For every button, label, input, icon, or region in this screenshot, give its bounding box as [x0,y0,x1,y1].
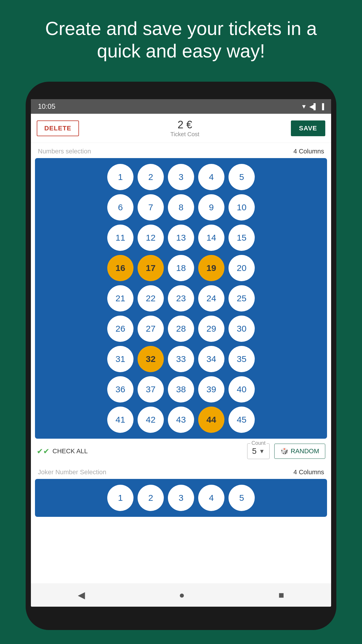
ticket-cost-display: 2 € Ticket Cost [171,119,199,138]
joker-header: Joker Number Selection 4 Columns [31,464,331,479]
nav-bar: ◀ ● ■ [31,583,331,607]
number-ball-24[interactable]: 24 [198,285,224,312]
save-button[interactable]: SAVE [291,120,325,136]
number-ball-17[interactable]: 17 [138,255,164,281]
number-ball-19[interactable]: 19 [198,255,224,281]
number-ball-7[interactable]: 7 [138,194,164,220]
joker-ball-4[interactable]: 4 [198,485,224,511]
number-ball-26[interactable]: 26 [107,316,133,342]
joker-section: Joker Number Selection 4 Columns 12345 [31,464,331,517]
joker-section-label: Joker Number Selection [38,468,106,476]
number-row: 4142434445 [38,407,324,433]
random-button[interactable]: 🎲 RANDOM [274,444,325,459]
number-row: 12345 [38,164,324,190]
number-ball-41[interactable]: 41 [107,407,133,433]
number-row: 2122232425 [38,285,324,312]
number-ball-25[interactable]: 25 [229,285,255,312]
number-ball-28[interactable]: 28 [168,316,194,342]
joker-ball-3[interactable]: 3 [168,485,194,511]
delete-button[interactable]: DELETE [37,120,79,136]
numbers-section-label: Numbers selection [38,148,91,155]
number-ball-11[interactable]: 11 [107,225,133,251]
number-row: 678910 [38,194,324,220]
number-row: 3132333435 [38,346,324,372]
number-row: 3637383940 [38,376,324,402]
number-ball-44[interactable]: 44 [198,407,224,433]
back-nav-icon[interactable]: ◀ [78,589,85,601]
number-ball-13[interactable]: 13 [168,225,194,251]
number-ball-1[interactable]: 1 [107,164,133,190]
number-ball-22[interactable]: 22 [138,285,164,312]
recent-nav-icon[interactable]: ■ [279,590,284,601]
random-label: RANDOM [291,447,319,455]
count-field[interactable]: Count 5 ▼ [247,443,270,459]
number-ball-45[interactable]: 45 [229,407,255,433]
number-ball-15[interactable]: 15 [229,225,255,251]
number-ball-39[interactable]: 39 [198,376,224,402]
check-all-icon: ✔✔ [37,447,50,456]
number-ball-16[interactable]: 16 [107,255,133,281]
numbers-columns-label: 4 Columns [294,148,324,155]
number-grid: 1234567891011121314151617181920212223242… [35,158,327,439]
home-nav-icon[interactable]: ● [179,590,184,601]
wifi-icon: ▼ [301,103,307,110]
number-ball-8[interactable]: 8 [168,194,194,220]
number-ball-12[interactable]: 12 [138,225,164,251]
count-dropdown-icon: ▼ [259,448,265,455]
number-ball-42[interactable]: 42 [138,407,164,433]
joker-ball-2[interactable]: 2 [138,485,164,511]
number-ball-30[interactable]: 30 [229,316,255,342]
number-ball-3[interactable]: 3 [168,164,194,190]
status-bar: 10:05 ▼ ◀▌ ▐ [31,99,331,114]
top-bar: DELETE 2 € Ticket Cost SAVE [31,114,331,143]
number-ball-2[interactable]: 2 [138,164,164,190]
joker-row: 12345 [38,485,324,511]
number-ball-27[interactable]: 27 [138,316,164,342]
ticket-amount: 2 € [171,119,199,131]
number-ball-33[interactable]: 33 [168,346,194,372]
number-ball-21[interactable]: 21 [107,285,133,312]
number-ball-35[interactable]: 35 [229,346,255,372]
phone-screen: 10:05 ▼ ◀▌ ▐ DELETE 2 € Ticket Cost SAVE… [31,99,331,607]
numbers-section-header: Numbers selection 4 Columns [31,143,331,158]
number-ball-18[interactable]: 18 [168,255,194,281]
number-ball-38[interactable]: 38 [168,376,194,402]
number-ball-29[interactable]: 29 [198,316,224,342]
number-row: 1617181920 [38,255,324,281]
joker-grid: 12345 [35,479,327,517]
number-ball-23[interactable]: 23 [168,285,194,312]
number-ball-10[interactable]: 10 [229,194,255,220]
number-ball-4[interactable]: 4 [198,164,224,190]
number-ball-20[interactable]: 20 [229,255,255,281]
joker-ball-5[interactable]: 5 [229,485,255,511]
number-row: 2627282930 [38,316,324,342]
check-all-label: CHECK ALL [52,447,88,455]
ticket-cost-label: Ticket Cost [171,131,199,138]
bottom-controls: ✔✔ CHECK ALL Count 5 ▼ 🎲 RANDOM [31,439,331,464]
number-ball-31[interactable]: 31 [107,346,133,372]
number-ball-32[interactable]: 32 [138,346,164,372]
number-ball-43[interactable]: 43 [168,407,194,433]
joker-columns-label: 4 Columns [294,468,324,476]
battery-icon: ▐ [320,103,324,110]
random-icon: 🎲 [280,447,288,455]
signal-icon: ◀▌ [309,103,318,110]
joker-ball-1[interactable]: 1 [107,485,133,511]
number-ball-34[interactable]: 34 [198,346,224,372]
hero-text: Create and save your tickets in a quick … [0,0,362,74]
number-ball-14[interactable]: 14 [198,225,224,251]
number-ball-9[interactable]: 9 [198,194,224,220]
number-ball-6[interactable]: 6 [107,194,133,220]
phone-frame: 10:05 ▼ ◀▌ ▐ DELETE 2 € Ticket Cost SAVE… [26,82,336,630]
number-ball-36[interactable]: 36 [107,376,133,402]
number-ball-37[interactable]: 37 [138,376,164,402]
status-icons: ▼ ◀▌ ▐ [301,103,324,110]
status-time: 10:05 [38,102,55,111]
count-floating-label: Count [250,440,267,446]
count-value: 5 [252,447,257,456]
number-row: 1112131415 [38,225,324,251]
number-ball-5[interactable]: 5 [229,164,255,190]
number-ball-40[interactable]: 40 [229,376,255,402]
check-all-button[interactable]: ✔✔ CHECK ALL [37,447,242,456]
